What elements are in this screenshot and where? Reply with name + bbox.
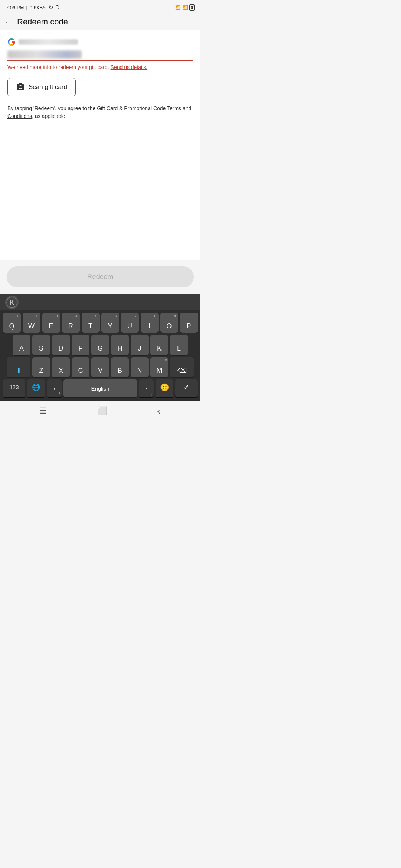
globe-icon: 🌐 xyxy=(32,383,40,391)
google-logo xyxy=(7,38,16,46)
key-J[interactable]: J xyxy=(131,335,149,355)
check-key[interactable]: ✓ xyxy=(175,379,198,397)
nav-bar: ☰ ⬜ ‹ xyxy=(0,401,200,421)
time: 7:06 PM xyxy=(6,5,24,10)
comma-key[interactable]: , ! xyxy=(47,379,62,397)
keyboard-bottom-row: 123 🌐 , ! English . ; 🙂 ✓ xyxy=(1,379,199,400)
nav-menu-button[interactable]: ☰ xyxy=(40,406,47,416)
key-N[interactable]: N xyxy=(131,357,149,377)
back-button[interactable]: ← xyxy=(4,18,13,26)
app-bar: ← Redeem code xyxy=(0,13,200,30)
status-right: 📶 📶 9 xyxy=(175,4,195,11)
space-key[interactable]: English xyxy=(63,379,137,397)
page-title: Redeem code xyxy=(17,17,68,27)
key-Y[interactable]: 6Y xyxy=(101,313,119,333)
numbers-key[interactable]: 123 xyxy=(3,379,25,397)
key-R[interactable]: 4R xyxy=(62,313,80,333)
account-name-blurred xyxy=(19,39,78,45)
space-label: English xyxy=(91,385,109,392)
network-speed-value: 0.6KB/s xyxy=(30,5,47,10)
kb-logo-icon: K xyxy=(6,297,17,308)
keyboard-logo: K xyxy=(5,296,19,309)
refresh-icon: Ↄ xyxy=(56,4,60,11)
sim2-signal-icon: 📶 xyxy=(182,5,188,10)
nav-back-button[interactable]: ‹ xyxy=(157,405,160,417)
key-Z[interactable]: Z xyxy=(32,357,50,377)
check-label: ✓ xyxy=(183,382,190,392)
key-I[interactable]: 8I xyxy=(141,313,159,333)
key-E[interactable]: 3E xyxy=(42,313,60,333)
input-underline xyxy=(7,60,193,61)
account-row xyxy=(7,38,193,46)
globe-key[interactable]: 🌐 xyxy=(27,379,45,397)
key-M[interactable]: MM xyxy=(150,357,168,377)
error-message: We need more info to redeem your gift ca… xyxy=(7,64,193,71)
keyboard-row-2: A S D F G H J K L xyxy=(1,335,199,355)
emoji-key[interactable]: 🙂 xyxy=(156,379,173,397)
key-P[interactable]: 0P xyxy=(180,313,198,333)
keyboard-row-1: 1Q 2W 3E 4R 5T 6Y 7U 8I 9O 0P xyxy=(1,313,199,333)
redeem-button[interactable]: Redeem xyxy=(7,266,194,287)
key-U[interactable]: 7U xyxy=(121,313,139,333)
svg-text:K: K xyxy=(10,299,14,306)
key-A[interactable]: A xyxy=(13,335,30,355)
key-X[interactable]: X xyxy=(52,357,70,377)
status-left: 7:06 PM | 0.6KB/s ↻ Ↄ xyxy=(6,4,60,11)
key-W[interactable]: 2W xyxy=(23,313,40,333)
key-V[interactable]: V xyxy=(91,357,109,377)
key-L[interactable]: L xyxy=(170,335,188,355)
key-K[interactable]: K xyxy=(150,335,168,355)
period-label: . xyxy=(145,383,147,391)
key-B[interactable]: B xyxy=(111,357,129,377)
key-S[interactable]: S xyxy=(32,335,50,355)
delete-key[interactable]: ⌫ xyxy=(170,357,194,377)
camera-icon xyxy=(16,83,25,92)
key-Q[interactable]: 1Q xyxy=(3,313,21,333)
keyboard-toolbar: K xyxy=(0,294,200,310)
terms-text: By tapping 'Redeem', you agree to the Gi… xyxy=(7,105,193,120)
scan-gift-card-button[interactable]: Scan gift card xyxy=(7,78,76,96)
keyboard: K 1Q 2W 3E 4R 5T 6Y 7U 8I 9O 0P A S D F … xyxy=(0,294,200,401)
redeem-button-wrap: Redeem xyxy=(0,260,200,294)
nav-home-button[interactable]: ⬜ xyxy=(97,406,107,416)
emoji-icon: 🙂 xyxy=(160,383,169,392)
shift-key[interactable]: ⬆ xyxy=(7,357,30,377)
sync-icon: ↻ xyxy=(49,4,53,11)
battery-icon: 9 xyxy=(189,4,195,11)
key-F[interactable]: F xyxy=(72,335,89,355)
status-bar: 7:06 PM | 0.6KB/s ↻ Ↄ 📶 📶 9 xyxy=(0,0,200,13)
key-O[interactable]: 9O xyxy=(160,313,178,333)
key-H[interactable]: H xyxy=(111,335,129,355)
key-G[interactable]: G xyxy=(91,335,109,355)
period-key[interactable]: . ; xyxy=(139,379,154,397)
comma-label: , xyxy=(53,383,55,391)
content-spacer xyxy=(7,129,193,240)
key-C[interactable]: C xyxy=(72,357,89,377)
scan-button-label: Scan gift card xyxy=(29,83,67,91)
keyboard-row-3: ⬆ Z X C V B N MM ⌫ xyxy=(1,357,199,377)
numbers-label: 123 xyxy=(9,384,19,390)
key-D[interactable]: D xyxy=(52,335,70,355)
input-row xyxy=(7,50,193,59)
main-content: We need more info to redeem your gift ca… xyxy=(0,30,200,260)
send-details-link[interactable]: Send us details. xyxy=(111,64,148,70)
network-speed: | xyxy=(26,5,27,10)
keyboard-rows: 1Q 2W 3E 4R 5T 6Y 7U 8I 9O 0P A S D F G … xyxy=(0,310,200,401)
signal-icon: 📶 xyxy=(175,5,181,10)
key-T[interactable]: 5T xyxy=(82,313,100,333)
input-value-blurred xyxy=(7,50,82,59)
